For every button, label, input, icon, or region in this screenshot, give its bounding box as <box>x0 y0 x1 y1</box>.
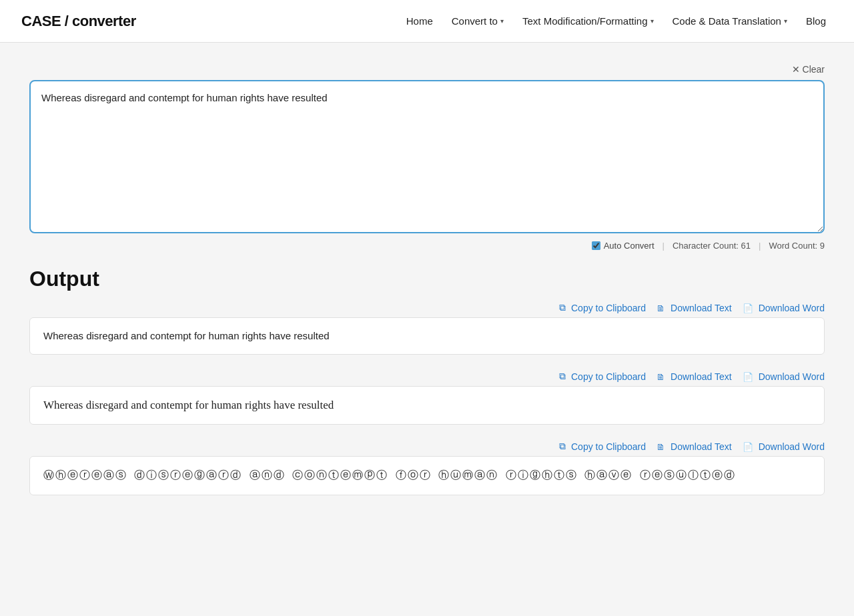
output-block-3: Copy to Clipboard Download Text Download… <box>29 441 825 495</box>
input-textarea[interactable]: Whereas disregard and contempt for human… <box>29 80 825 233</box>
copy-icon-1 <box>559 302 568 313</box>
download-text-btn-3[interactable]: Download Text <box>657 441 732 452</box>
output-block-1: Copy to Clipboard Download Text Download… <box>29 302 825 355</box>
output-actions-2: Copy to Clipboard Download Text Download… <box>29 371 825 382</box>
download-text-btn-1[interactable]: Download Text <box>657 302 732 313</box>
text-mod-chevron-icon: ▾ <box>651 17 654 25</box>
output-box-3: Ⓦⓗⓔⓡⓔⓐⓢ ⓓⓘⓢⓡⓔⓖⓐⓡⓓ ⓐⓝⓓ ⓒⓞⓝⓣⓔⓜⓟⓣ ⓕⓞⓡ ⓗⓤⓜⓐⓝ… <box>29 456 825 495</box>
output-heading: Output <box>29 267 825 291</box>
auto-convert-label[interactable]: Auto Convert <box>592 241 655 251</box>
download-word-btn-2[interactable]: Download Word <box>743 371 825 382</box>
code-data-chevron-icon: ▾ <box>784 17 787 25</box>
word-icon-3 <box>743 441 755 452</box>
nav-home[interactable]: Home <box>400 11 440 31</box>
download-word-btn-1[interactable]: Download Word <box>743 302 825 313</box>
doc-icon-2 <box>657 371 667 382</box>
copy-clipboard-btn-1[interactable]: Copy to Clipboard <box>559 302 646 313</box>
nav-text-modification[interactable]: Text Modification/Formatting ▾ <box>516 11 661 31</box>
output-box-2: Whereas disregard and contempt for human… <box>29 386 825 425</box>
meta-sep-2: | <box>759 241 761 251</box>
copy-icon-3 <box>559 441 568 452</box>
logo[interactable]: CASE / converter <box>21 13 136 30</box>
copy-icon-2 <box>559 371 568 382</box>
output-box-1: Whereas disregard and contempt for human… <box>29 317 825 355</box>
nav-blog[interactable]: Blog <box>799 11 833 31</box>
copy-clipboard-btn-2[interactable]: Copy to Clipboard <box>559 371 646 382</box>
auto-convert-checkbox[interactable] <box>592 241 600 250</box>
navbar: CASE / converter Home Convert to ▾ Text … <box>0 0 854 43</box>
doc-icon-1 <box>657 303 667 313</box>
output-block-2: Copy to Clipboard Download Text Download… <box>29 371 825 425</box>
char-count: Character Count: 61 <box>673 241 751 251</box>
convert-to-chevron-icon: ▾ <box>500 17 504 25</box>
output-actions-3: Copy to Clipboard Download Text Download… <box>29 441 825 452</box>
nav-links: Home Convert to ▾ Text Modification/Form… <box>400 11 833 31</box>
word-icon-1 <box>743 303 755 313</box>
download-text-btn-2[interactable]: Download Text <box>657 371 732 382</box>
meta-sep-1: | <box>663 241 665 251</box>
clear-button[interactable]: ✕ Clear <box>792 64 825 75</box>
word-count: Word Count: 9 <box>769 241 825 251</box>
word-icon-2 <box>743 371 755 382</box>
main-content: ✕ Clear Whereas disregard and contempt f… <box>13 43 841 533</box>
download-word-btn-3[interactable]: Download Word <box>743 441 825 452</box>
meta-row: Auto Convert | Character Count: 61 | Wor… <box>29 241 825 251</box>
copy-clipboard-btn-3[interactable]: Copy to Clipboard <box>559 441 646 452</box>
doc-icon-3 <box>657 441 667 452</box>
nav-convert-to[interactable]: Convert to ▾ <box>445 11 510 31</box>
nav-code-data[interactable]: Code & Data Translation ▾ <box>666 11 794 31</box>
output-actions-1: Copy to Clipboard Download Text Download… <box>29 302 825 313</box>
clear-row: ✕ Clear <box>29 64 825 75</box>
